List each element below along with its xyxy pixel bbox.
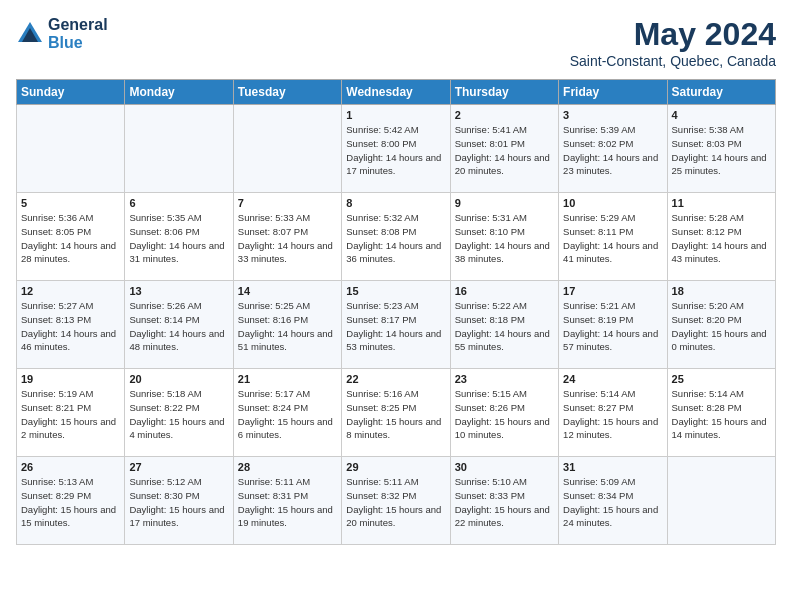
day-info: Sunrise: 5:11 AM Sunset: 8:31 PM Dayligh… <box>238 475 337 530</box>
day-info: Sunrise: 5:26 AM Sunset: 8:14 PM Dayligh… <box>129 299 228 354</box>
calendar-cell: 22Sunrise: 5:16 AM Sunset: 8:25 PM Dayli… <box>342 369 450 457</box>
calendar-cell: 31Sunrise: 5:09 AM Sunset: 8:34 PM Dayli… <box>559 457 667 545</box>
calendar-cell <box>17 105 125 193</box>
day-number: 26 <box>21 461 120 473</box>
day-info: Sunrise: 5:23 AM Sunset: 8:17 PM Dayligh… <box>346 299 445 354</box>
day-info: Sunrise: 5:14 AM Sunset: 8:27 PM Dayligh… <box>563 387 662 442</box>
day-info: Sunrise: 5:09 AM Sunset: 8:34 PM Dayligh… <box>563 475 662 530</box>
header-tuesday: Tuesday <box>233 80 341 105</box>
day-number: 19 <box>21 373 120 385</box>
calendar-cell: 2Sunrise: 5:41 AM Sunset: 8:01 PM Daylig… <box>450 105 558 193</box>
calendar-week-row: 19Sunrise: 5:19 AM Sunset: 8:21 PM Dayli… <box>17 369 776 457</box>
day-number: 29 <box>346 461 445 473</box>
logo: General Blue <box>16 16 108 52</box>
day-number: 10 <box>563 197 662 209</box>
day-number: 4 <box>672 109 771 121</box>
calendar-cell: 7Sunrise: 5:33 AM Sunset: 8:07 PM Daylig… <box>233 193 341 281</box>
location-subtitle: Saint-Constant, Quebec, Canada <box>570 53 776 69</box>
calendar-cell <box>233 105 341 193</box>
day-number: 1 <box>346 109 445 121</box>
day-info: Sunrise: 5:18 AM Sunset: 8:22 PM Dayligh… <box>129 387 228 442</box>
day-info: Sunrise: 5:20 AM Sunset: 8:20 PM Dayligh… <box>672 299 771 354</box>
logo-text: General Blue <box>48 16 108 52</box>
day-number: 12 <box>21 285 120 297</box>
header-monday: Monday <box>125 80 233 105</box>
calendar-week-row: 12Sunrise: 5:27 AM Sunset: 8:13 PM Dayli… <box>17 281 776 369</box>
day-info: Sunrise: 5:21 AM Sunset: 8:19 PM Dayligh… <box>563 299 662 354</box>
day-info: Sunrise: 5:27 AM Sunset: 8:13 PM Dayligh… <box>21 299 120 354</box>
day-info: Sunrise: 5:22 AM Sunset: 8:18 PM Dayligh… <box>455 299 554 354</box>
calendar-cell: 15Sunrise: 5:23 AM Sunset: 8:17 PM Dayli… <box>342 281 450 369</box>
day-info: Sunrise: 5:10 AM Sunset: 8:33 PM Dayligh… <box>455 475 554 530</box>
day-number: 27 <box>129 461 228 473</box>
month-title: May 2024 <box>570 16 776 53</box>
calendar-cell: 5Sunrise: 5:36 AM Sunset: 8:05 PM Daylig… <box>17 193 125 281</box>
day-number: 17 <box>563 285 662 297</box>
calendar-cell: 10Sunrise: 5:29 AM Sunset: 8:11 PM Dayli… <box>559 193 667 281</box>
day-info: Sunrise: 5:11 AM Sunset: 8:32 PM Dayligh… <box>346 475 445 530</box>
day-info: Sunrise: 5:38 AM Sunset: 8:03 PM Dayligh… <box>672 123 771 178</box>
calendar-cell: 25Sunrise: 5:14 AM Sunset: 8:28 PM Dayli… <box>667 369 775 457</box>
calendar-cell: 26Sunrise: 5:13 AM Sunset: 8:29 PM Dayli… <box>17 457 125 545</box>
day-number: 3 <box>563 109 662 121</box>
day-info: Sunrise: 5:28 AM Sunset: 8:12 PM Dayligh… <box>672 211 771 266</box>
day-info: Sunrise: 5:15 AM Sunset: 8:26 PM Dayligh… <box>455 387 554 442</box>
header-saturday: Saturday <box>667 80 775 105</box>
calendar-cell: 27Sunrise: 5:12 AM Sunset: 8:30 PM Dayli… <box>125 457 233 545</box>
calendar-cell: 11Sunrise: 5:28 AM Sunset: 8:12 PM Dayli… <box>667 193 775 281</box>
calendar-cell: 21Sunrise: 5:17 AM Sunset: 8:24 PM Dayli… <box>233 369 341 457</box>
day-info: Sunrise: 5:29 AM Sunset: 8:11 PM Dayligh… <box>563 211 662 266</box>
day-number: 2 <box>455 109 554 121</box>
day-number: 22 <box>346 373 445 385</box>
calendar-cell: 1Sunrise: 5:42 AM Sunset: 8:00 PM Daylig… <box>342 105 450 193</box>
calendar-table: SundayMondayTuesdayWednesdayThursdayFrid… <box>16 79 776 545</box>
day-info: Sunrise: 5:25 AM Sunset: 8:16 PM Dayligh… <box>238 299 337 354</box>
day-number: 11 <box>672 197 771 209</box>
day-number: 15 <box>346 285 445 297</box>
day-number: 23 <box>455 373 554 385</box>
day-info: Sunrise: 5:19 AM Sunset: 8:21 PM Dayligh… <box>21 387 120 442</box>
calendar-cell: 6Sunrise: 5:35 AM Sunset: 8:06 PM Daylig… <box>125 193 233 281</box>
day-info: Sunrise: 5:31 AM Sunset: 8:10 PM Dayligh… <box>455 211 554 266</box>
header-friday: Friday <box>559 80 667 105</box>
day-number: 7 <box>238 197 337 209</box>
calendar-cell: 29Sunrise: 5:11 AM Sunset: 8:32 PM Dayli… <box>342 457 450 545</box>
calendar-cell <box>667 457 775 545</box>
day-number: 16 <box>455 285 554 297</box>
day-info: Sunrise: 5:39 AM Sunset: 8:02 PM Dayligh… <box>563 123 662 178</box>
day-info: Sunrise: 5:17 AM Sunset: 8:24 PM Dayligh… <box>238 387 337 442</box>
calendar-cell: 12Sunrise: 5:27 AM Sunset: 8:13 PM Dayli… <box>17 281 125 369</box>
calendar-week-row: 26Sunrise: 5:13 AM Sunset: 8:29 PM Dayli… <box>17 457 776 545</box>
page-header: General Blue May 2024 Saint-Constant, Qu… <box>16 16 776 69</box>
day-info: Sunrise: 5:36 AM Sunset: 8:05 PM Dayligh… <box>21 211 120 266</box>
day-number: 6 <box>129 197 228 209</box>
calendar-week-row: 1Sunrise: 5:42 AM Sunset: 8:00 PM Daylig… <box>17 105 776 193</box>
calendar-cell: 4Sunrise: 5:38 AM Sunset: 8:03 PM Daylig… <box>667 105 775 193</box>
day-number: 14 <box>238 285 337 297</box>
day-info: Sunrise: 5:42 AM Sunset: 8:00 PM Dayligh… <box>346 123 445 178</box>
logo-icon <box>16 20 44 48</box>
day-info: Sunrise: 5:14 AM Sunset: 8:28 PM Dayligh… <box>672 387 771 442</box>
day-info: Sunrise: 5:35 AM Sunset: 8:06 PM Dayligh… <box>129 211 228 266</box>
day-number: 25 <box>672 373 771 385</box>
day-info: Sunrise: 5:13 AM Sunset: 8:29 PM Dayligh… <box>21 475 120 530</box>
calendar-cell: 3Sunrise: 5:39 AM Sunset: 8:02 PM Daylig… <box>559 105 667 193</box>
header-thursday: Thursday <box>450 80 558 105</box>
calendar-cell: 20Sunrise: 5:18 AM Sunset: 8:22 PM Dayli… <box>125 369 233 457</box>
day-info: Sunrise: 5:32 AM Sunset: 8:08 PM Dayligh… <box>346 211 445 266</box>
day-info: Sunrise: 5:12 AM Sunset: 8:30 PM Dayligh… <box>129 475 228 530</box>
day-number: 24 <box>563 373 662 385</box>
calendar-cell: 19Sunrise: 5:19 AM Sunset: 8:21 PM Dayli… <box>17 369 125 457</box>
day-number: 31 <box>563 461 662 473</box>
calendar-cell: 24Sunrise: 5:14 AM Sunset: 8:27 PM Dayli… <box>559 369 667 457</box>
day-number: 30 <box>455 461 554 473</box>
calendar-cell: 18Sunrise: 5:20 AM Sunset: 8:20 PM Dayli… <box>667 281 775 369</box>
day-number: 8 <box>346 197 445 209</box>
day-number: 28 <box>238 461 337 473</box>
header-sunday: Sunday <box>17 80 125 105</box>
calendar-cell: 8Sunrise: 5:32 AM Sunset: 8:08 PM Daylig… <box>342 193 450 281</box>
day-number: 18 <box>672 285 771 297</box>
day-number: 13 <box>129 285 228 297</box>
calendar-cell: 13Sunrise: 5:26 AM Sunset: 8:14 PM Dayli… <box>125 281 233 369</box>
day-info: Sunrise: 5:33 AM Sunset: 8:07 PM Dayligh… <box>238 211 337 266</box>
